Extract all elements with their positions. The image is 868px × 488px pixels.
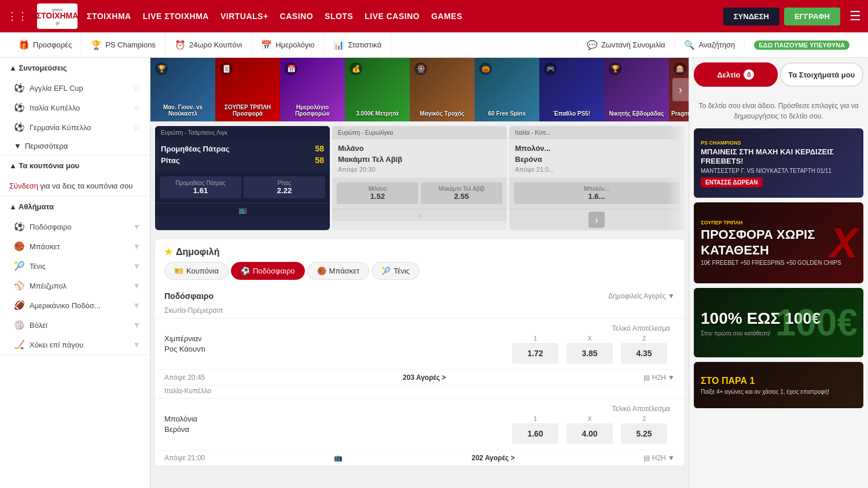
live-match-2-odd1[interactable]: Μιλάνο 1.52 <box>337 182 418 204</box>
sidebar-sports-header[interactable]: ▲ Αθλήματα <box>0 197 150 217</box>
content-area: 🏆 Μαν. Γιουν. vs Νιούκαστλ 🃏 ΣΟΥΠΕΡ ΤΡΙΠ… <box>150 58 689 488</box>
banner-hmerologio[interactable]: 📅 Ημερολόγιο Προσφορών <box>280 58 345 121</box>
italy-h2h[interactable]: ▤ H2H ▼ <box>643 454 675 462</box>
banner-8-label: Νικητής Εβδομάδας <box>606 110 667 117</box>
nav-games[interactable]: GAMES <box>431 12 462 21</box>
banner-magikos-trochos[interactable]: 🎡 Μαγικός Τροχός <box>410 58 475 121</box>
live-match-3-odd1[interactable]: Μπολόν... 1.6... <box>514 182 679 204</box>
nav-casino[interactable]: CASINO <box>280 12 313 21</box>
scotland-odd-btn-1[interactable]: 1.72 <box>512 343 558 364</box>
live-matches-section: Ευρώπη - Τσάμπιονς Λιγκ Προμηθέας Πάτρας… <box>150 121 689 235</box>
tab-tennis[interactable]: 🎾 Τένις <box>372 262 420 280</box>
live-match-2-time: Απόψε 20:30 <box>338 166 501 173</box>
promo-banner-super-tripla[interactable]: ΣΟΥΠΕΡ ΤΡΙΠΛΗ ΠΡΟΣΦΟΡΑ ΧΩΡΙΣ ΚΑΤΑΘΕΣΗ 10… <box>694 202 863 283</box>
star-icon-3[interactable]: ☆ <box>133 123 141 132</box>
banner-slots-icon: 🎰 <box>674 62 686 75</box>
sidebar-item-football[interactable]: ⚽ Ποδόσφαιρο ▼ <box>0 217 150 236</box>
sidebar-item-ice-hockey[interactable]: 🏒 Χόκει επί πάγου ▼ <box>0 335 150 354</box>
subnav-statistika[interactable]: 📊 Στατιστικά <box>324 32 391 57</box>
sidebar-baseball-label: Μπέιζμπολ <box>30 282 67 290</box>
sidebar-login-link[interactable]: Σύνδεση <box>9 182 38 190</box>
login-button[interactable]: ΣΥΝΔΕΣΗ <box>723 8 779 25</box>
register-button[interactable]: ΕΓΓΡΑΦΗ <box>784 8 840 25</box>
top-navigation: ⋮⋮ game ΣΤΟΙΧΗΜΑ .gr ΣΤΟΙΧΗΜΑ LIVE ΣΤΟΙΧ… <box>0 0 868 32</box>
italy-odd-btn-1[interactable]: 1.60 <box>512 423 558 444</box>
sidebar-coupons-header[interactable]: ▲ Τα κουπόνια μου <box>0 156 150 176</box>
football-icon-1: ⚽ <box>14 83 25 93</box>
sidebar-volleyball-label: Βόλεϊ <box>30 321 47 330</box>
sidebar-more-shortcuts[interactable]: ▼ Περισσότερα <box>0 137 150 155</box>
sidebar-sports-section: ▲ Αθλήματα ⚽ Ποδόσφαιρο ▼ 🏀 Μπάσκετ ▼ 🎾 <box>0 197 150 355</box>
banner-nikitis[interactable]: 🏆 Νικητής Εβδομάδας <box>604 58 669 121</box>
italy-odd-btn-2[interactable]: 5.25 <box>621 423 667 444</box>
banner-7-label: Έπαθλο PS5! <box>542 110 602 117</box>
subnav-24coupon[interactable]: ⏰ 24ωρο Κουπόνι <box>165 32 252 57</box>
promo-banner-para1[interactable]: ΣΤΟ ΠΑΡΑ 1 Παίξε 4+ αγώνες και αν χάσεις… <box>694 362 863 408</box>
promo-banner-100[interactable]: 100% ΕΩΣ 100€ Στην πρώτη σου κατάθεση! 1… <box>694 288 863 357</box>
banner-60-free-spins[interactable]: 🎃 60 Free Spins <box>475 58 539 121</box>
tab-coupons[interactable]: 🎫 Κουπόνια <box>164 262 229 280</box>
scotland-h2h[interactable]: ▤ H2H ▼ <box>643 374 675 382</box>
italy-odd-btn-x[interactable]: 4.00 <box>567 423 613 444</box>
nav-live-stoixima[interactable]: LIVE ΣΤΟΙΧΗΜΑ <box>143 12 209 21</box>
live-next-arrow[interactable]: › <box>589 212 605 228</box>
sidebar-item-baseball[interactable]: ⚾ Μπέιζμπολ ▼ <box>0 276 150 295</box>
live-match-3-time: Απόψε 21:0... <box>515 166 678 173</box>
sidebar-item-italy-cup[interactable]: ⚽ Ιταλία Κυπέλλο ☆ <box>0 98 150 117</box>
sidebar-item-tennis[interactable]: 🎾 Τένις ▼ <box>0 256 150 276</box>
scotland-odd-btn-2[interactable]: 4.35 <box>621 343 667 364</box>
hamburger-icon[interactable]: ☰ <box>849 9 861 24</box>
promo-banner-ps-champions[interactable]: PS CHAMPIONS ΜΠΑΙΝΕΙΣ ΣΤΗ ΜΑΧΗ ΚΑΙ ΚΕΡΔΙ… <box>694 128 863 198</box>
sidebar-item-american-football[interactable]: 🏈 Αμερικάνικο Ποδόσ... ▼ <box>0 295 150 315</box>
live-match-2-odd2[interactable]: Μακάμπι Τελ Αβίβ 2.55 <box>421 182 502 204</box>
banner-pumpkin-icon: 🎃 <box>479 62 492 75</box>
my-coupons-title: ▲ Τα κουπόνια μου <box>9 161 79 170</box>
nav-live-casino[interactable]: LIVE CASINO <box>365 12 420 21</box>
popular-sort[interactable]: Δημοφιλείς Αγορές ▼ <box>608 292 675 300</box>
banner-5-label: Μαγικός Τροχός <box>412 110 472 117</box>
popular-title-text: Δημοφιλή <box>176 247 219 257</box>
banner-super-tripla[interactable]: 🃏 ΣΟΥΠΕΡ ΤΡΙΠΛΗ Προσφορά <box>215 58 280 121</box>
gift-icon: 🎁 <box>19 40 30 50</box>
subnav-search[interactable]: 🔍 Αναζήτηση <box>674 40 744 50</box>
banner-next-arrow[interactable]: › <box>672 78 689 101</box>
logo[interactable]: game ΣΤΟΙΧΗΜΑ .gr <box>37 3 78 29</box>
live-match-2[interactable]: Ευρώπη - Ευρωλίγκα Μιλάνο Μακάμπι Τελ Αβ… <box>332 126 507 230</box>
my-bets-button[interactable]: Τα Στοιχήματά μου <box>780 62 864 87</box>
star-icon-1[interactable]: ☆ <box>133 83 141 93</box>
sidebar-item-basketball[interactable]: 🏀 Μπάσκετ ▼ <box>0 236 150 256</box>
sidebar-item-germany-cup[interactable]: ⚽ Γερμανία Κύπελλο ☆ <box>0 117 150 137</box>
banner-ps-champions[interactable]: 🏆 Μαν. Γιουν. vs Νιούκαστλ <box>150 58 215 121</box>
subnav-responsible[interactable]: ΕΔΩ ΠΑΙΖΟΥΜΕ ΥΠΕΥΘΥΝΑ <box>744 40 859 50</box>
grid-icon[interactable]: ⋮⋮ <box>7 10 28 23</box>
promo-1-cta[interactable]: ΕΝΤΑΣΣΕ ΔΩΡΕΑΝ <box>701 178 763 187</box>
subnav-chat[interactable]: 💬 Ζωντανή Συνομιλία <box>577 40 675 50</box>
betslip-button[interactable]: Δελτίο 0 <box>694 62 778 87</box>
nav-stoixima[interactable]: ΣΤΟΙΧΗΜΑ <box>87 12 131 21</box>
tab-football[interactable]: ⚽ Ποδόσφαιρο <box>231 262 305 280</box>
nav-virtuals[interactable]: VIRTUALS+ <box>220 12 269 21</box>
banner-3000[interactable]: 💰 3.000€ Μετρητά <box>345 58 410 121</box>
sidebar-item-volleyball[interactable]: 🏐 Βόλεϊ ▼ <box>0 315 150 335</box>
live-match-1[interactable]: Ευρώπη - Τσάμπιονς Λιγκ Προμηθέας Πάτρας… <box>155 126 330 230</box>
live-match-1-odd1[interactable]: Προμηθέας Πάτρας 1.61 <box>160 176 241 198</box>
tab-basketball[interactable]: 🏀 Μπάσκετ <box>307 262 370 280</box>
subnav-hmerologio[interactable]: 📅 Ημερολόγιο <box>252 32 324 57</box>
subnav-prosfores[interactable]: 🎁 Προσφορές <box>9 32 82 57</box>
scotland-team1: Χιμπέρνιαν <box>164 334 509 344</box>
nav-slots[interactable]: SLOTS <box>325 12 353 21</box>
live-match-3[interactable]: Ιταλία - Κύπ... Μπολόν... Βερόνα Απόψε 2… <box>509 126 684 230</box>
scotland-odd-btn-x[interactable]: 3.85 <box>567 343 613 364</box>
star-icon-2[interactable]: ☆ <box>133 103 141 112</box>
banner-trophy-icon: 🏆 <box>155 62 168 75</box>
subnav-ps-champions[interactable]: 🏆 PS Champions <box>82 32 165 57</box>
scotland-match-time: Απόψε 20:45 <box>164 374 205 382</box>
italy-more-markets[interactable]: 202 Αγορές > <box>472 454 515 462</box>
live-match-1-odd2[interactable]: Ρίτας 2.22 <box>244 176 325 198</box>
sidebar-item-england-efl[interactable]: ⚽ Αγγλία EFL Cup ☆ <box>0 78 150 98</box>
sidebar-shortcuts-header[interactable]: ▲ Συντομεύσεις <box>0 58 150 78</box>
scotland-match-teams: Χιμπέρνιαν Ρος Κάουντι <box>164 334 509 354</box>
scotland-more-markets[interactable]: 203 Αγορές > <box>403 374 446 382</box>
banner-epathlo-ps5[interactable]: 🎮 Έπαθλο PS5! <box>539 58 604 121</box>
match3-odd1-val: 1.6... <box>589 192 605 201</box>
